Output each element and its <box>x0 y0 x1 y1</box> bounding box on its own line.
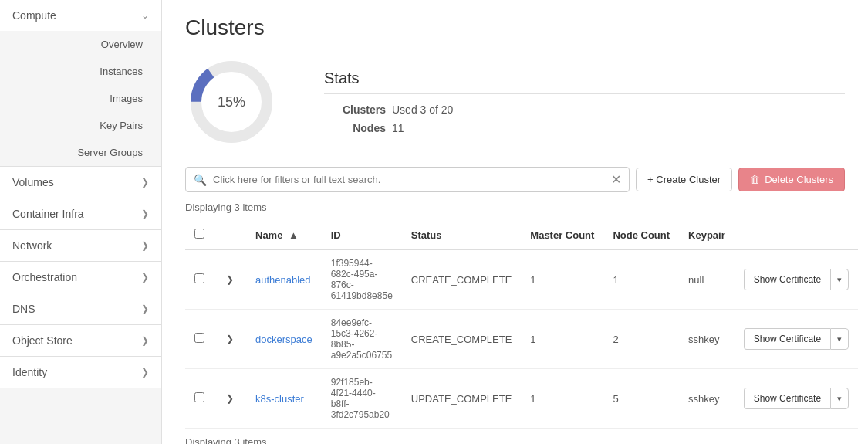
clusters-table: Name ▲ ID Status Master Count Node Count… <box>185 221 858 429</box>
row-name-cell: dockerspace <box>246 310 322 369</box>
chevron-right-icon: ❯ <box>141 303 149 314</box>
sidebar-item-orchestration[interactable]: Orchestration ❯ <box>0 262 161 293</box>
show-certificate-button[interactable]: Show Certificate <box>744 388 830 409</box>
chevron-down-icon: ⌄ <box>141 10 149 21</box>
stats-nodes-label: Nodes <box>324 122 386 134</box>
row-actions-cell: Show Certificate ▾ <box>735 249 858 310</box>
toolbar: 🔍 ✕ + Create Cluster 🗑 Delete Clusters <box>185 167 845 192</box>
stats-clusters-row: Clusters Used 3 of 20 <box>324 103 845 116</box>
sidebar-item-identity[interactable]: Identity ❯ <box>0 357 161 388</box>
header-node-count: Node Count <box>603 221 679 249</box>
chevron-right-icon: ❯ <box>141 208 149 219</box>
row-keypair-cell: null <box>679 249 735 310</box>
main-content: Clusters 15% Stats Clusters Used 3 of 20… <box>162 0 868 444</box>
stats-title: Stats <box>324 69 845 94</box>
stats-clusters-value: Used 3 of 20 <box>392 103 453 116</box>
cluster-name-link[interactable]: dockerspace <box>255 334 312 345</box>
row-name-cell: k8s-cluster <box>246 369 322 429</box>
displaying-count-bottom: Displaying 3 items <box>185 436 845 444</box>
row-name-cell: authenabled <box>246 249 322 310</box>
sidebar-item-network[interactable]: Network ❯ <box>0 230 161 261</box>
show-certificate-button[interactable]: Show Certificate <box>744 269 830 290</box>
stats-box: Stats Clusters Used 3 of 20 Nodes 11 <box>324 69 845 134</box>
sidebar-item-key-pairs[interactable]: Key Pairs <box>0 112 161 139</box>
header-keypair: Keypair <box>679 221 735 249</box>
row-checkbox[interactable] <box>194 333 204 343</box>
chevron-right-icon: ❯ <box>141 272 149 283</box>
row-expand-cell: ❯ <box>214 369 246 429</box>
header-actions <box>735 221 858 249</box>
sidebar-item-volumes[interactable]: Volumes ❯ <box>0 167 161 198</box>
cert-dropdown-button[interactable]: ▾ <box>830 388 849 409</box>
search-input[interactable] <box>213 174 611 185</box>
sidebar-item-container-infra[interactable]: Container Infra ❯ <box>0 198 161 229</box>
cert-dropdown-button[interactable]: ▾ <box>830 269 849 290</box>
row-node-count-cell: 5 <box>603 369 679 429</box>
header-expand-col <box>214 221 246 249</box>
sidebar-item-instances[interactable]: Instances <box>0 58 161 85</box>
cert-button-group: Show Certificate ▾ <box>744 328 849 350</box>
row-checkbox[interactable] <box>194 392 204 402</box>
sidebar-item-compute[interactable]: Compute ⌄ <box>0 0 161 31</box>
create-cluster-button[interactable]: + Create Cluster <box>636 168 732 191</box>
header-master-count: Master Count <box>521 221 603 249</box>
table-row: ❯ authenabled 1f395944-682c-495a-876c-61… <box>185 249 858 310</box>
table-row: ❯ k8s-cluster 92f185eb-4f21-4440-b8ff-3f… <box>185 369 858 429</box>
sidebar: Compute ⌄ Overview Instances Images Key … <box>0 0 162 444</box>
chevron-right-icon: ❯ <box>141 240 149 251</box>
donut-chart: 15% <box>185 56 278 148</box>
search-box[interactable]: 🔍 ✕ <box>185 167 630 192</box>
header-name[interactable]: Name ▲ <box>246 221 322 249</box>
row-status-cell: CREATE_COMPLETE <box>402 310 522 369</box>
row-checkbox-cell <box>185 249 214 310</box>
chevron-right-icon: ❯ <box>141 367 149 378</box>
sidebar-item-overview[interactable]: Overview <box>0 31 161 58</box>
search-icon: 🔍 <box>194 174 207 186</box>
stats-nodes-value: 11 <box>392 122 404 134</box>
chevron-right-icon: ❯ <box>141 177 149 188</box>
row-master-count-cell: 1 <box>521 249 603 310</box>
delete-label: Delete Clusters <box>765 174 833 185</box>
row-expand-button[interactable]: ❯ <box>223 391 237 405</box>
sidebar-item-server-groups[interactable]: Server Groups <box>0 139 161 166</box>
row-id-cell: 92f185eb-4f21-4440-b8ff-3fd2c795ab20 <box>322 369 402 429</box>
row-master-count-cell: 1 <box>521 369 603 429</box>
select-all-checkbox[interactable] <box>194 229 204 239</box>
row-id-cell: 1f395944-682c-495a-876c-61419bd8e85e <box>322 249 402 310</box>
page-title: Clusters <box>185 15 845 40</box>
cluster-name-link[interactable]: authenabled <box>255 274 311 286</box>
displaying-count-top: Displaying 3 items <box>185 202 845 213</box>
table-header-row: Name ▲ ID Status Master Count Node Count… <box>185 221 858 249</box>
stats-clusters-label: Clusters <box>324 103 386 116</box>
header-status: Status <box>402 221 522 249</box>
cert-dropdown-button[interactable]: ▾ <box>830 328 849 350</box>
row-status-cell: UPDATE_COMPLETE <box>402 369 522 429</box>
sidebar-item-dns[interactable]: DNS ❯ <box>0 293 161 324</box>
sidebar-item-object-store[interactable]: Object Store ❯ <box>0 325 161 356</box>
row-status-cell: CREATE_COMPLETE <box>402 249 522 310</box>
row-expand-button[interactable]: ❯ <box>223 332 237 346</box>
row-keypair-cell: sshkey <box>679 369 735 429</box>
row-master-count-cell: 1 <box>521 310 603 369</box>
delete-clusters-button[interactable]: 🗑 Delete Clusters <box>738 168 845 191</box>
row-expand-button[interactable]: ❯ <box>223 273 237 286</box>
show-certificate-button[interactable]: Show Certificate <box>744 328 830 350</box>
row-id-cell: 84ee9efc-15c3-4262-8b85-a9e2a5c06755 <box>322 310 402 369</box>
row-node-count-cell: 2 <box>603 310 679 369</box>
sidebar-item-images[interactable]: Images <box>0 85 161 112</box>
row-checkbox-cell <box>185 369 214 429</box>
cert-button-group: Show Certificate ▾ <box>744 388 849 409</box>
cert-button-group: Show Certificate ▾ <box>744 269 849 290</box>
stats-nodes-row: Nodes 11 <box>324 122 845 134</box>
cluster-name-link[interactable]: k8s-cluster <box>255 393 304 405</box>
header-checkbox-col <box>185 221 214 249</box>
row-keypair-cell: sshkey <box>679 310 735 369</box>
row-checkbox[interactable] <box>194 273 204 283</box>
sidebar-compute-label: Compute <box>12 9 56 22</box>
row-expand-cell: ❯ <box>214 249 246 310</box>
search-clear-icon[interactable]: ✕ <box>611 172 621 187</box>
row-actions-cell: Show Certificate ▾ <box>735 310 858 369</box>
row-actions-cell: Show Certificate ▾ <box>735 369 858 429</box>
stats-area: 15% Stats Clusters Used 3 of 20 Nodes 11 <box>185 56 845 148</box>
table-row: ❯ dockerspace 84ee9efc-15c3-4262-8b85-a9… <box>185 310 858 369</box>
